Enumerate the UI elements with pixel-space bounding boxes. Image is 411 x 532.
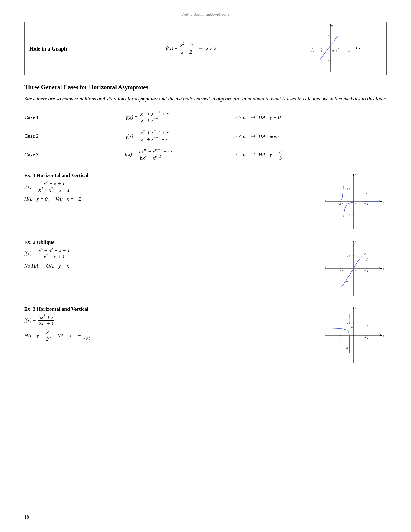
- example2-left: Ex. 2 Oblique f(x) = x3 + x2 + x + 1 x2 …: [24, 235, 317, 302]
- page-number: 18: [24, 514, 29, 520]
- svg-text:-16: -16: [310, 49, 314, 52]
- case2-formula: f(x) = xm + xm−1 + ··· xn + xn−1 + ···: [73, 130, 225, 142]
- svg-marker-24: [380, 201, 382, 202]
- example1-formula: f(x) = x2 + x + 1 x3 + x2 + x + 1: [24, 181, 314, 193]
- example2-hava: No HA, OA: y = x: [24, 263, 314, 269]
- svg-text:0: 0: [332, 49, 334, 52]
- svg-text:-2.5: -2.5: [339, 203, 344, 206]
- svg-text:2.5: 2.5: [347, 188, 351, 191]
- example3-graph: x y -2.5 2.5 2.5 -2.5 0 y i i: [317, 302, 387, 369]
- svg-marker-3: [330, 24, 332, 26]
- svg-text:y: y: [354, 307, 356, 310]
- svg-text:y: y: [354, 240, 356, 243]
- svg-text:2.5: 2.5: [364, 203, 368, 206]
- svg-text:8: 8: [328, 35, 329, 38]
- svg-text:y: y: [332, 23, 334, 27]
- svg-text:i: i: [379, 265, 380, 268]
- example3-label: Ex. 3 Horizontal and Vertical: [24, 306, 314, 312]
- svg-text:y: y: [366, 190, 368, 194]
- svg-text:x: x: [358, 46, 360, 50]
- hole-formula: f(x) = x2 − 4 x − 2 ⇒ x ≠ 2: [120, 22, 263, 75]
- svg-text:2.5: 2.5: [364, 270, 368, 273]
- case1-label: Case 1: [24, 114, 73, 120]
- case2-label: Case 2: [24, 133, 73, 139]
- svg-text:x: x: [383, 200, 384, 203]
- example3-formula: f(x) = 3x3 + x 2x3 + 1: [24, 315, 314, 327]
- svg-text:i: i: [325, 198, 326, 201]
- svg-text:8: 8: [336, 49, 338, 52]
- example2-block: Ex. 2 Oblique f(x) = x3 + x2 + x + 1 x2 …: [24, 235, 387, 302]
- svg-text:2.5: 2.5: [347, 255, 351, 258]
- hole-title: Hole in a Graph: [25, 22, 120, 75]
- svg-text:y: y: [354, 173, 356, 176]
- example1-graph: x y -2.5 2.5 2.5 -2.5 0 y i i: [317, 168, 387, 235]
- svg-text:-2.5: -2.5: [339, 270, 344, 273]
- hole-in-graph-table: Hole in a Graph f(x) = x2 − 4 x − 2 ⇒ x …: [24, 22, 387, 75]
- svg-line-20: [333, 36, 338, 42]
- svg-marker-2: [356, 47, 358, 49]
- example3-block: Ex. 3 Horizontal and Vertical f(x) = 3x3…: [24, 302, 387, 369]
- svg-text:16: 16: [347, 49, 350, 52]
- section-heading: Three General Cases for Horizontal Asymp…: [24, 84, 387, 91]
- svg-text:-8: -8: [327, 59, 329, 62]
- svg-text:-2.5: -2.5: [346, 347, 350, 350]
- example2-label: Ex. 2 Oblique: [24, 239, 314, 245]
- case1-condition: n > m ⇒ HA: y = 0: [225, 114, 387, 120]
- hole-graph: x y -16 -8 8 16 8 -8 0: [263, 22, 387, 75]
- example1-label: Ex. 1 Horizontal and Vertical: [24, 172, 314, 179]
- svg-text:x: x: [383, 267, 384, 270]
- example1-block: Ex. 1 Horizontal and Vertical f(x) = x2 …: [24, 168, 387, 235]
- svg-text:x: x: [383, 334, 384, 337]
- svg-text:2.5: 2.5: [347, 321, 351, 324]
- example2-graph: x y -2.5 2.5 2.5 -2.5 0 y i i: [317, 235, 387, 302]
- example1-hava: HA: y = 0, VA: x = −2: [24, 196, 314, 202]
- case2-row: Case 2 f(x) = xm + xm−1 + ··· xn + xn−1 …: [24, 130, 387, 142]
- example2-formula: f(x) = x3 + x2 + x + 1 x2 + x + 1: [24, 248, 314, 260]
- svg-text:i: i: [325, 265, 326, 268]
- case1-row: Case 1 f(x) = xm + xm−1 + ··· xn + xn−1 …: [24, 111, 387, 123]
- case1-formula: f(x) = xm + xm−1 + ··· xn + xn−1 + ···: [73, 111, 225, 123]
- svg-marker-42: [380, 268, 382, 269]
- case3-label: Case 3: [24, 152, 73, 158]
- case3-row: Case 3 f(x) = axm + xm−1 + ··· bxn + xn−…: [24, 149, 387, 161]
- example3-left: Ex. 3 Horizontal and Vertical f(x) = 3x3…: [24, 302, 317, 369]
- svg-text:-2.5: -2.5: [346, 280, 350, 283]
- svg-point-21: [332, 41, 334, 43]
- intro-paragraph: Since there are so many conditions and s…: [24, 95, 387, 103]
- svg-text:2.5: 2.5: [364, 337, 368, 340]
- svg-text:i: i: [379, 332, 380, 335]
- watermark: AuthorJonathanDavid.com: [24, 12, 387, 17]
- svg-text:y: y: [366, 324, 368, 327]
- example1-left: Ex. 1 Horizontal and Vertical f(x) = x2 …: [24, 168, 317, 235]
- svg-text:y: y: [366, 257, 368, 261]
- case3-formula: f(x) = axm + xm−1 + ··· bxn + xn−1 + ···: [73, 149, 225, 161]
- svg-marker-60: [380, 334, 382, 336]
- example3-hava: HA: y = 3 2 , VA: x = − 1 3√2: [24, 330, 314, 342]
- case3-condition: n = m ⇒ HA: y = a b: [225, 149, 387, 161]
- svg-text:0: 0: [355, 270, 356, 273]
- svg-text:i: i: [379, 198, 380, 201]
- svg-text:0: 0: [355, 203, 356, 206]
- svg-text:-2.5: -2.5: [346, 213, 350, 216]
- case2-condition: n < m ⇒ HA: none: [225, 133, 387, 140]
- svg-text:-8: -8: [320, 49, 323, 52]
- svg-text:-2.5: -2.5: [339, 337, 344, 340]
- svg-text:i: i: [325, 332, 326, 335]
- svg-text:0: 0: [355, 337, 356, 340]
